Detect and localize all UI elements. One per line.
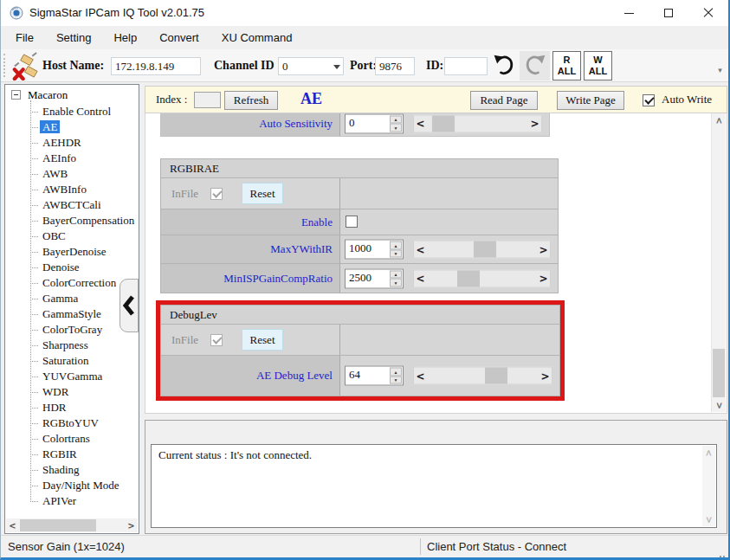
scroll-up-icon[interactable] <box>712 113 726 127</box>
menu-help[interactable]: Help <box>102 26 148 49</box>
spin-down-icon[interactable] <box>390 249 402 258</box>
write-page-button[interactable]: Write Page <box>557 91 624 110</box>
host-name-input[interactable]: 172.19.8.149 <box>111 57 201 75</box>
status-log-box: Current status : It's not connected. <box>151 444 717 528</box>
minispgain-spinner[interactable]: 2500 <box>345 268 404 288</box>
slider-right-icon[interactable] <box>537 270 550 286</box>
sidebar-collapse-handle[interactable] <box>120 279 139 332</box>
sidebar-item-shading[interactable]: Shading <box>5 462 139 478</box>
maxywithir-slider[interactable] <box>413 241 551 259</box>
auto-sensitivity-slider[interactable] <box>413 114 542 132</box>
undo-icon <box>492 53 516 79</box>
menu-convert[interactable]: Convert <box>148 26 210 49</box>
sidebar-item-colorcorrection[interactable]: ColorCorrection <box>5 275 139 291</box>
tree-root-macaron[interactable]: Macaron <box>5 87 139 103</box>
sidebar-item-apiver[interactable]: APIVer <box>5 493 139 509</box>
spin-up-icon[interactable] <box>390 270 402 279</box>
index-input[interactable] <box>194 92 221 108</box>
reset-button[interactable]: Reset <box>242 183 283 204</box>
read-all-button[interactable]: R ALL <box>552 51 581 80</box>
refresh-button[interactable]: Refresh <box>224 91 278 110</box>
sidebar-item-enable-control[interactable]: Enable Control <box>5 104 139 119</box>
channel-id-select[interactable]: 0 <box>278 57 344 75</box>
slider-left-icon[interactable] <box>414 368 427 384</box>
auto-write-checkbox[interactable] <box>643 94 655 106</box>
infile-checkbox[interactable] <box>210 188 223 200</box>
resize-grip[interactable] <box>716 545 725 554</box>
sidebar-item-denoise[interactable]: Denoise <box>5 260 139 275</box>
tree-expander-minus-icon[interactable] <box>11 90 21 100</box>
tree-horizontal-scrollbar[interactable] <box>6 518 138 532</box>
toolbar-overflow-icon[interactable] <box>716 61 724 76</box>
sidebar-item-ae[interactable]: AE <box>5 119 139 135</box>
sidebar-item-rgbtoyuv[interactable]: RGBtoYUV <box>5 415 139 431</box>
sidebar-item-obc[interactable]: OBC <box>5 229 139 244</box>
sidebar-item-hdr[interactable]: HDR <box>5 400 139 415</box>
menu-setting[interactable]: Setting <box>45 26 102 49</box>
sidebar-item-gammastyle[interactable]: GammaStyle <box>5 306 139 322</box>
scrollbar-thumb[interactable] <box>713 349 725 397</box>
spin-up-icon[interactable] <box>390 241 402 250</box>
slider-thumb[interactable] <box>474 241 496 258</box>
scroll-down-icon[interactable] <box>712 398 726 412</box>
close-button[interactable] <box>688 0 728 26</box>
spin-down-icon[interactable] <box>390 376 402 384</box>
content-vertical-scrollbar[interactable] <box>711 113 726 412</box>
sidebar-item-bayercompensation[interactable]: BayerCompensation <box>5 213 139 229</box>
maxywithir-spinner[interactable]: 1000 <box>345 240 404 260</box>
spin-down-icon[interactable] <box>390 124 402 132</box>
maximize-button[interactable] <box>649 0 688 26</box>
tree-root-label[interactable]: Macaron <box>28 87 68 103</box>
slider-thumb[interactable] <box>485 368 507 384</box>
sidebar-item-sharpness[interactable]: Sharpness <box>5 338 139 353</box>
redo-button[interactable] <box>520 51 550 80</box>
sidebar-item-gamma[interactable]: Gamma <box>5 291 139 306</box>
enable-checkbox[interactable] <box>346 216 358 228</box>
reset-button[interactable]: Reset <box>242 329 283 351</box>
ae-debug-level-spinner[interactable]: 64 <box>345 366 404 386</box>
toolbar-grip[interactable] <box>3 54 5 77</box>
sidebar-item-day-night-mode[interactable]: Day/Night Mode <box>5 478 139 493</box>
port-input[interactable]: 9876 <box>375 57 415 75</box>
read-page-button[interactable]: Read Page <box>470 91 538 110</box>
sidebar-item-awbinfo[interactable]: AWBInfo <box>5 182 139 197</box>
sidebar-item-saturation[interactable]: Saturation <box>5 353 139 369</box>
scroll-left-icon[interactable] <box>6 518 19 532</box>
sidebar-item-bayerdenoise[interactable]: BayerDenoise <box>5 244 139 260</box>
scrollbar-thumb[interactable] <box>20 519 96 531</box>
sidebar-item-aehdr[interactable]: AEHDR <box>5 135 139 151</box>
minimize-button[interactable] <box>609 0 649 26</box>
slider-thumb[interactable] <box>457 270 480 286</box>
slider-left-icon[interactable] <box>414 115 427 132</box>
write-all-button[interactable]: W ALL <box>584 51 612 80</box>
sidebar-item-rgbir[interactable]: RGBIR <box>5 447 139 462</box>
undo-button[interactable] <box>489 51 518 80</box>
slider-right-icon[interactable] <box>537 241 550 258</box>
sidebar-item-aeinfo[interactable]: AEInfo <box>5 151 139 166</box>
slider-thumb[interactable] <box>432 115 455 132</box>
menu-xu-command[interactable]: XU Command <box>210 26 304 49</box>
ae-debug-level-slider[interactable] <box>413 367 552 385</box>
spin-up-icon[interactable] <box>390 368 402 377</box>
sidebar-item-colortrans[interactable]: Colortrans <box>5 431 139 447</box>
slider-right-icon[interactable] <box>528 115 541 132</box>
auto-sensitivity-spinner[interactable]: 0 <box>345 113 404 133</box>
sidebar-item-yuvgamma[interactable]: YUVGamma <box>5 369 139 384</box>
spin-up-icon[interactable] <box>390 115 402 124</box>
slider-left-icon[interactable] <box>414 270 427 286</box>
slider-left-icon[interactable] <box>414 241 427 258</box>
sidebar-item-colortogray[interactable]: ColorToGray <box>5 322 139 338</box>
minispgain-slider[interactable] <box>413 269 551 287</box>
sidebar-item-wdr[interactable]: WDR <box>5 384 139 400</box>
sidebar-item-awb[interactable]: AWB <box>5 166 139 182</box>
scroll-down-icon[interactable] <box>702 512 715 526</box>
spin-down-icon[interactable] <box>390 279 402 287</box>
scroll-up-icon[interactable] <box>702 446 715 460</box>
scroll-right-icon[interactable] <box>125 518 138 532</box>
slider-right-icon[interactable] <box>539 368 552 384</box>
log-vertical-scrollbar[interactable] <box>702 446 715 526</box>
infile-checkbox[interactable] <box>210 334 223 346</box>
menu-file[interactable]: File <box>4 26 45 49</box>
id-input[interactable] <box>444 57 488 75</box>
sidebar-item-awbctcali[interactable]: AWBCTCali <box>5 197 139 213</box>
